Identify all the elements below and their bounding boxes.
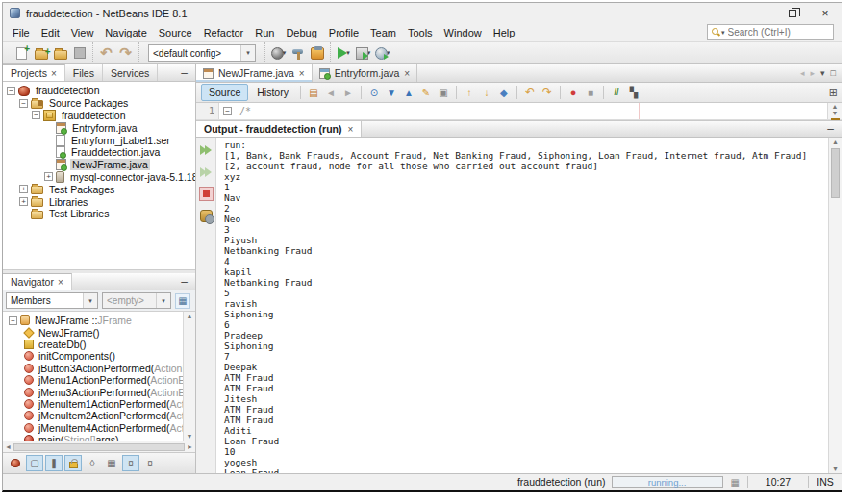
split-document-icon[interactable]: ⊞ <box>829 87 838 99</box>
minimize-button[interactable] <box>743 3 776 23</box>
deploy-sphere-icon[interactable]: ▾ <box>270 45 287 62</box>
next-occ-icon[interactable]: ▼ <box>384 85 399 100</box>
menu-profile[interactable]: Profile <box>323 25 365 40</box>
highlight-icon[interactable]: ✎ <box>418 85 434 100</box>
tree-node[interactable]: −frauddetection <box>3 110 195 122</box>
tree-node[interactable]: +Test Packages <box>3 183 195 195</box>
menu-help[interactable]: Help <box>488 25 521 40</box>
navigator-member[interactable]: NewJFrame() <box>3 326 195 338</box>
search-input[interactable] <box>728 27 855 38</box>
close-icon[interactable]: × <box>347 124 353 135</box>
profile-icon[interactable]: ▾ <box>374 45 390 62</box>
close-icon[interactable]: × <box>51 68 57 79</box>
rerun-icon[interactable] <box>198 141 214 158</box>
redo-icon[interactable]: ↷ <box>117 45 134 62</box>
source-view-button[interactable]: Source <box>201 84 248 101</box>
navigator-member[interactable]: jMenuItem1ActionPerformed(ActionEvent e <box>3 398 195 410</box>
new-project-icon[interactable] <box>33 45 49 62</box>
tree-node[interactable]: NewJFrame.java <box>3 159 195 171</box>
tab-entryform-java[interactable]: Entryform.java × <box>313 64 418 82</box>
shift-right-icon[interactable]: ↷ <box>540 85 555 100</box>
navigator-member[interactable]: createDb() <box>3 339 195 350</box>
navigator-member[interactable]: initComponents() <box>3 350 195 362</box>
pair-sort-icon[interactable]: ¤ <box>141 455 159 471</box>
lock-icon[interactable] <box>64 455 82 471</box>
history-view-button[interactable]: History <box>250 85 295 100</box>
close-icon[interactable]: × <box>58 277 63 288</box>
new-file-icon[interactable] <box>13 45 30 62</box>
navigator-member[interactable]: jMenuItem2ActionPerformed(ActionEvent e <box>3 410 195 421</box>
code-editor[interactable]: 1 − /* ▲▼ <box>196 103 842 120</box>
tree-node[interactable]: Frauddetection.java <box>3 146 195 159</box>
collapse-icon[interactable]: − <box>7 87 15 95</box>
members-view-select[interactable]: Members ▾ <box>6 292 98 309</box>
stop-macro-icon[interactable]: ■ <box>583 85 598 100</box>
next-bm-icon[interactable]: ↓ <box>479 85 494 100</box>
show-form-icon[interactable]: ▦ <box>103 455 120 471</box>
config-dropdown-icon[interactable]: ▾ <box>240 45 255 61</box>
show-statics-icon[interactable]: ❚ <box>45 455 63 471</box>
uncomment-icon[interactable]: ▚ <box>626 85 641 100</box>
find-icon[interactable]: ⊙ <box>366 85 382 100</box>
restore-button[interactable] <box>776 3 809 23</box>
build-hammer-icon[interactable] <box>289 45 306 62</box>
tab-list-icon[interactable]: ▾ <box>820 68 825 78</box>
tree-node[interactable]: −Source Packages <box>3 97 195 110</box>
select-doc-icon[interactable]: ▣ <box>436 85 451 100</box>
clean-build-icon[interactable] <box>309 45 325 62</box>
last-edit-icon[interactable]: ▤ <box>306 85 321 100</box>
menu-tools[interactable]: Tools <box>402 25 439 40</box>
menu-refactor[interactable]: Refactor <box>198 25 250 40</box>
navigator-member[interactable]: jMenu3ActionPerformed(ActionEvent evt) <box>3 386 195 397</box>
tab-navigator[interactable]: Navigator× <box>3 273 72 290</box>
run-icon[interactable]: ▾ <box>336 45 352 62</box>
output-scrollbar[interactable]: ▲▼ <box>828 138 842 473</box>
editor-scrollbar[interactable]: ▲▼ <box>827 103 842 119</box>
menu-debug[interactable]: Debug <box>280 25 322 40</box>
save-all-icon[interactable] <box>71 45 88 62</box>
menu-navigate[interactable]: Navigate <box>99 25 152 40</box>
tree-node[interactable]: +mysql-connector-java-5.1.18-bin.jar <box>3 171 195 184</box>
tab-files[interactable]: Files <box>65 64 103 81</box>
tree-node[interactable]: Test Libraries <box>3 208 195 220</box>
quick-search[interactable]: ▾ <box>707 24 834 40</box>
tab-projects[interactable]: Projects× <box>3 64 65 81</box>
collapse-icon[interactable]: − <box>9 316 17 325</box>
minimize-panel-icon[interactable]: – <box>173 64 195 81</box>
expand-icon[interactable]: + <box>44 172 53 181</box>
tree-node[interactable]: −frauddetection <box>3 85 195 97</box>
record-icon[interactable]: ● <box>566 85 581 100</box>
close-icon[interactable]: × <box>404 68 410 79</box>
open-project-icon[interactable] <box>52 45 68 62</box>
process-list-icon[interactable]: ▦ <box>731 477 740 488</box>
tree-node[interactable]: +Libraries <box>3 195 195 208</box>
menu-window[interactable]: Window <box>439 25 488 40</box>
filter-select[interactable]: <empty> ▾ <box>102 292 171 309</box>
navigator-member[interactable]: jMenuItem4ActionPerformed(ActionEvent e <box>3 422 195 434</box>
tree-node[interactable]: Entryform_jLabel1.ser <box>3 134 195 146</box>
expand-icon[interactable]: + <box>19 197 28 206</box>
tree-node[interactable]: Entryform.java <box>3 121 195 134</box>
collapse-icon[interactable]: − <box>32 111 40 119</box>
progress-bar[interactable]: running... <box>612 476 723 488</box>
debug-icon[interactable]: ▾ <box>355 45 371 62</box>
menu-team[interactable]: Team <box>365 25 402 40</box>
close-button[interactable]: × <box>809 3 842 23</box>
navigator-member[interactable]: jButton3ActionPerformed(ActionEvent evt) <box>3 363 195 374</box>
output-console-text[interactable]: run: [1, Bank, Bank Frauds, Account Frau… <box>216 138 828 473</box>
menu-edit[interactable]: Edit <box>36 25 65 40</box>
navigator-member[interactable]: main(String[] args) <box>3 434 195 441</box>
pair-sync-icon[interactable]: ¤ <box>122 455 139 471</box>
show-fields-icon[interactable]: ▢ <box>26 455 43 471</box>
stop-icon[interactable] <box>198 186 214 202</box>
chevron-down-icon[interactable]: ▾ <box>83 293 97 308</box>
navigator-vertical-scrollbar[interactable]: ▲▼ <box>183 312 195 441</box>
menu-file[interactable]: File <box>7 25 36 40</box>
config-combobox[interactable]: <default config> ▾ <box>148 44 256 62</box>
menu-view[interactable]: View <box>65 25 100 40</box>
menu-source[interactable]: Source <box>153 25 198 40</box>
shift-left-icon[interactable]: ↶ <box>522 85 538 100</box>
show-inherited-icon[interactable] <box>7 455 24 471</box>
minimize-panel-icon[interactable]: – <box>173 273 195 290</box>
forward-icon[interactable]: ► <box>340 85 356 100</box>
